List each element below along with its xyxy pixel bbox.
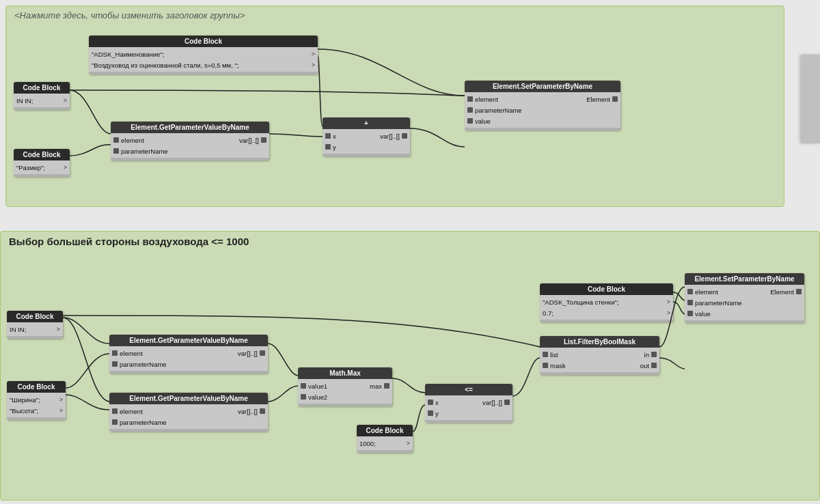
node-getparam-s2-1[interactable]: Element.GetParameterValueByName element … [109, 335, 268, 374]
group2-title[interactable]: Выбор большей стороны воздуховода <= 100… [9, 236, 249, 247]
node-row: parameterName [109, 359, 268, 369]
node-header: Math.Max [298, 367, 392, 379]
node-row: IN IN; > [7, 324, 63, 335]
node-header: Code Block [7, 381, 66, 393]
node-header: Code Block [357, 425, 413, 436]
node-codeblock-adsk[interactable]: Code Block "ADSK_Толщина стенки"; > 0.7;… [540, 283, 673, 322]
node-header: Code Block [7, 311, 63, 322]
node-row: parameterName [685, 297, 804, 308]
node-codeblock-top-header: Code Block [89, 36, 318, 47]
node-header: Element.GetParameterValueByName [109, 393, 268, 404]
node-codeblock-in-s2[interactable]: Code Block IN IN; > [7, 311, 63, 339]
right-bracket [801, 55, 820, 143]
node-row: parameterName [109, 417, 268, 428]
node-lte[interactable]: <= x var[]..[] y [425, 384, 512, 423]
node-codeblock-top[interactable]: Code Block "ADSK_Наименование"; > "Возду… [89, 36, 318, 74]
node-codeblock-wh[interactable]: Code Block "Ширина"; > "Высота"; > [7, 381, 66, 420]
dynamo-canvas: <Нажмите здесь, чтобы изменить заголовок… [0, 0, 820, 504]
node-header: + [323, 117, 410, 129]
node-row: value1 max [298, 380, 392, 391]
node-row: x var[]..[] [323, 130, 410, 141]
node-plus-g1[interactable]: + x var[]..[] y [323, 117, 410, 156]
node-header: Element.SetParameterByName [685, 273, 804, 285]
node-mathmax[interactable]: Math.Max value1 max value2 [298, 367, 392, 406]
node-getparam-g1[interactable]: Element.GetParameterValueByName element … [111, 122, 269, 160]
node-row: list in [540, 349, 659, 360]
node-row: element Element [465, 94, 620, 104]
node-row: IN IN; > [14, 95, 70, 106]
node-setparam-g1[interactable]: Element.SetParameterByName element Eleme… [465, 81, 620, 130]
node-row: "Размер"; > [14, 162, 70, 173]
node-row: value [685, 308, 804, 319]
node-row: 0.7; > [540, 307, 673, 318]
node-row: element Element [685, 286, 804, 297]
node-row: element var[]..[] [111, 135, 269, 145]
node-row: "Высота"; > [7, 405, 66, 416]
node-row: x var[]..[] [425, 397, 512, 408]
node-setparam-s2[interactable]: Element.SetParameterByName element Eleme… [685, 273, 804, 323]
node-row: mask out [540, 360, 659, 371]
node-row: "Воздуховод из оцинкованной стали, s=0,5… [89, 59, 318, 70]
node-codeblock-in-top[interactable]: Code Block IN IN; > [14, 82, 70, 110]
node-row: value [465, 115, 620, 126]
node-row: y [323, 141, 410, 152]
node-row: parameterName [465, 104, 620, 115]
node-codeblock-razmer[interactable]: Code Block "Размер"; > [14, 149, 70, 177]
node-row: y [425, 408, 512, 419]
node-header: Code Block [14, 149, 70, 160]
node-header: Code Block [14, 82, 70, 94]
node-listfilter[interactable]: List.FilterByBoolMask list in mask out [540, 336, 659, 375]
node-header: Element.SetParameterByName [465, 81, 620, 92]
node-header: Element.GetParameterValueByName [111, 122, 269, 133]
node-codeblock-1000[interactable]: Code Block 1000; > [357, 425, 413, 453]
node-getparam-s2-2[interactable]: Element.GetParameterValueByName element … [109, 393, 268, 432]
node-header: Element.GetParameterValueByName [109, 335, 268, 346]
node-row: "Ширина"; > [7, 394, 66, 405]
node-row: 1000; > [357, 438, 413, 449]
node-row: element var[]..[] [109, 406, 268, 417]
node-row: element var[]..[] [109, 348, 268, 359]
node-header: <= [425, 384, 512, 395]
node-header: List.FilterByBoolMask [540, 336, 659, 348]
node-row: parameterName [111, 145, 269, 156]
node-header: Code Block [540, 283, 673, 295]
node-row: "ADSK_Толщина стенки"; > [540, 296, 673, 307]
node-row: "ADSK_Наименование"; > [89, 48, 318, 59]
group1-title[interactable]: <Нажмите здесь, чтобы изменить заголовок… [14, 10, 245, 20]
node-row: value2 [298, 391, 392, 402]
